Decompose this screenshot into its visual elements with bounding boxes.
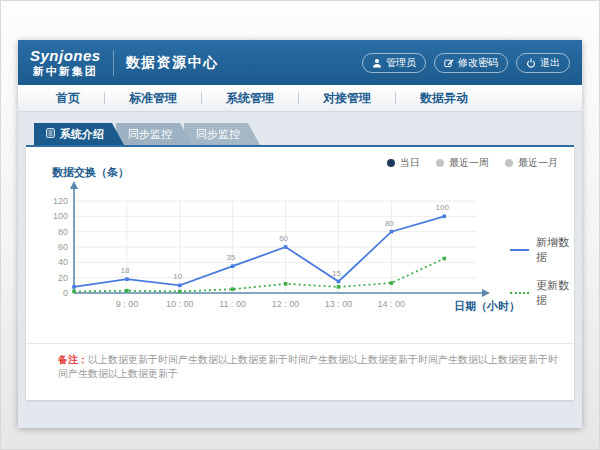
svg-text:9 : 00: 9 : 00	[116, 299, 139, 309]
radio-icon	[436, 159, 444, 167]
tab-sync-monitor-2[interactable]: 同步监控	[184, 123, 260, 145]
logout-label: 退出	[540, 56, 560, 70]
svg-text:120: 120	[53, 196, 68, 206]
svg-text:35: 35	[226, 253, 235, 262]
change-password-label: 修改密码	[458, 56, 498, 70]
page-title: 数据资源中心	[126, 54, 219, 72]
range-option-today[interactable]: 当日	[387, 156, 420, 170]
time-range-options: 当日 最近一周 最近一月	[387, 156, 558, 170]
svg-text:11 : 00: 11 : 00	[219, 299, 246, 309]
range-option-last-month[interactable]: 最近一月	[505, 156, 558, 170]
svg-text:60: 60	[279, 234, 288, 243]
line-chart: 0204060801001209 : 0010 : 0011 : 0012 : …	[38, 181, 500, 321]
tab-sync-monitor-1[interactable]: 同步监控	[116, 123, 192, 145]
power-icon	[526, 58, 536, 68]
header-divider	[113, 50, 114, 76]
range-option-last-week[interactable]: 最近一周	[436, 156, 489, 170]
footnote-text: 以上数据更新于时间产生数据以上数据更新于时间产生数据以上数据更新于时间产生数据以…	[58, 354, 558, 379]
desktop-background: Synjones 新中新集团 数据资源中心 管理员 修改密码	[0, 0, 600, 450]
user-button-label: 管理员	[386, 56, 416, 70]
content-area: 系统介绍 同步监控 同步监控 当日 最近一周	[18, 112, 582, 400]
y-axis-title: 数据交换（条）	[52, 165, 129, 180]
range-label: 最近一周	[449, 156, 489, 170]
svg-text:20: 20	[58, 273, 68, 283]
note-divider	[26, 343, 574, 344]
user-button[interactable]: 管理员	[362, 53, 426, 73]
svg-text:40: 40	[58, 257, 68, 267]
legend-item-new-data[interactable]: 新增数据	[510, 235, 574, 265]
chart-panel: 当日 最近一周 最近一月 数据交换（条） 0204060801001209 : …	[26, 145, 574, 400]
svg-text:100: 100	[53, 211, 68, 221]
nav-item-home[interactable]: 首页	[32, 90, 104, 107]
radio-icon	[505, 159, 513, 167]
tab-system-intro[interactable]: 系统介绍	[34, 123, 124, 145]
range-label: 最近一月	[518, 156, 558, 170]
user-icon	[372, 58, 382, 68]
radio-selected-icon	[387, 159, 395, 167]
edit-icon	[444, 58, 454, 68]
app-header: Synjones 新中新集团 数据资源中心 管理员 修改密码	[18, 40, 582, 85]
logo-chinese: 新中新集团	[33, 65, 98, 77]
logo-english: Synjones	[30, 48, 101, 65]
svg-text:18: 18	[120, 266, 129, 275]
svg-text:12 : 00: 12 : 00	[272, 299, 300, 309]
svg-text:0: 0	[63, 288, 68, 298]
svg-text:10 : 00: 10 : 00	[166, 299, 194, 309]
header-actions: 管理员 修改密码 退出	[362, 53, 570, 73]
svg-text:80: 80	[58, 227, 68, 237]
svg-text:100: 100	[436, 203, 450, 212]
nav-item-interface-mgmt[interactable]: 对接管理	[299, 90, 395, 107]
logout-button[interactable]: 退出	[516, 53, 570, 73]
legend-label: 更新数据	[536, 278, 574, 308]
legend-item-updated-data[interactable]: 更新数据	[510, 278, 574, 308]
svg-text:14 : 00: 14 : 00	[378, 299, 406, 309]
app-window: Synjones 新中新集团 数据资源中心 管理员 修改密码	[18, 40, 582, 428]
tab-label: 系统介绍	[60, 123, 104, 145]
change-password-button[interactable]: 修改密码	[434, 53, 508, 73]
svg-text:15: 15	[332, 269, 341, 278]
footnote: 备注：以上数据更新于时间产生数据以上数据更新于时间产生数据以上数据更新于时间产生…	[58, 353, 560, 381]
footnote-label: 备注：	[58, 354, 88, 365]
solid-line-icon	[510, 249, 529, 251]
document-icon	[46, 123, 55, 145]
tab-bar: 系统介绍 同步监控 同步监控	[34, 123, 574, 145]
main-nav: 首页 标准管理 系统管理 对接管理 数据异动	[18, 85, 582, 112]
chart-legend: 新增数据 更新数据	[510, 235, 574, 308]
nav-item-data-change[interactable]: 数据异动	[396, 90, 492, 107]
range-label: 当日	[400, 156, 420, 170]
svg-text:60: 60	[58, 242, 68, 252]
svg-text:80: 80	[385, 219, 394, 228]
dotted-line-icon	[510, 292, 529, 294]
nav-item-system-mgmt[interactable]: 系统管理	[202, 90, 298, 107]
legend-label: 新增数据	[536, 235, 574, 265]
svg-text:10: 10	[173, 272, 182, 281]
company-logo: Synjones 新中新集团	[30, 48, 101, 77]
nav-item-standard-mgmt[interactable]: 标准管理	[105, 90, 201, 107]
svg-text:13 : 00: 13 : 00	[325, 299, 353, 309]
